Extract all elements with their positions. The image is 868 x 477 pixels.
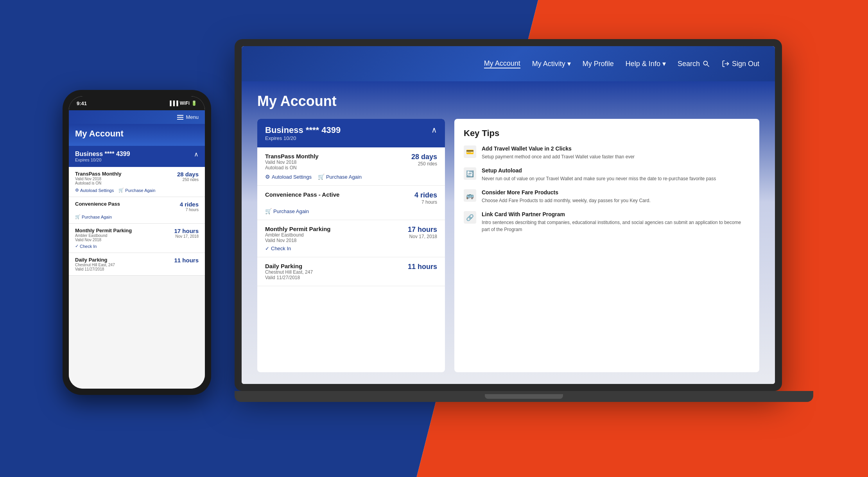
check-in-btn[interactable]: ✓ Check In	[265, 246, 437, 251]
tip-icon-3: 🚌	[464, 189, 476, 202]
tip-title-3: Consider More Fare Products	[482, 189, 651, 195]
purchase-again-label-1: Purchase Again	[326, 174, 362, 180]
phone-product-4-value: 11 hours	[174, 257, 199, 264]
phone-product-4: Daily Parking Chestnut Hill East, 247 Va…	[69, 253, 205, 276]
phone-header: My Account	[69, 124, 205, 146]
tip-content-4: Link Card With Partner Program Intro sen…	[482, 211, 750, 233]
search-area[interactable]: Search	[678, 60, 710, 68]
phone-purchase-btn-1[interactable]: 🛒 Purchase Again	[118, 188, 155, 193]
laptop-product-3-meta2: Valid Nov 2018	[265, 238, 331, 243]
chevron-up-icon[interactable]: ∧	[431, 125, 437, 134]
phone-checkin-btn[interactable]: ✓ Check In	[75, 244, 199, 249]
tip-item-3: 🚌 Consider More Fare Products Choose Add…	[464, 189, 750, 204]
phone-product-1-sub: 250 rides	[177, 178, 199, 182]
phone-product-4-name: Daily Parking	[75, 257, 115, 263]
laptop-product-4: Daily Parking Chestnut Hill East, 247 Va…	[257, 257, 445, 286]
tip-icon-2: 🔄	[464, 167, 476, 180]
tip-icon-1: 💳	[464, 145, 476, 158]
nav-my-profile[interactable]: My Profile	[583, 60, 614, 68]
purchase-again-btn-1[interactable]: 🛒 Purchase Again	[318, 174, 362, 180]
check-in-label: Check In	[271, 246, 291, 251]
phone-screen: 9:41 ▐▐▐ WiFi 🔋 Menu	[69, 96, 205, 389]
cart-icon: 🛒	[318, 174, 325, 180]
signout-area[interactable]: Sign Out	[722, 60, 759, 68]
svg-line-1	[707, 65, 709, 67]
phone-product-4-meta1: Chestnut Hill East, 247	[75, 263, 115, 267]
autoload-settings-btn[interactable]: ⚙ Autoload Settings	[265, 174, 312, 180]
phone-chevron-up-icon[interactable]: ∧	[194, 151, 199, 158]
laptop-page-title: My Account	[257, 93, 759, 109]
laptop-product-2-actions: 🛒 Purchase Again	[265, 208, 437, 214]
phone-card-name: Business **** 4399	[75, 151, 130, 158]
tip-item-1: 💳 Add Travel Wallet Value in 2 Clicks Se…	[464, 145, 750, 160]
laptop-card-header: Business **** 4399 Expires 10/20 ∧	[257, 119, 445, 147]
signout-label: Sign Out	[732, 60, 759, 68]
phone-product-1-actions: ⚙ Autoload Settings 🛒 Purchase Again	[75, 188, 199, 193]
phone-page-title: My Account	[75, 129, 199, 139]
hamburger-line-2	[177, 117, 183, 118]
hamburger-line-3	[177, 119, 183, 120]
phone-product-list: Business **** 4399 Expires 10/20 ∧ Trans…	[69, 146, 205, 276]
phone-purchase-btn-2[interactable]: 🛒 Purchase Again	[75, 214, 112, 219]
laptop-product-4-value: 11 hours	[408, 263, 437, 271]
laptop-product-3-sub: Nov 17, 2018	[408, 234, 437, 239]
phone-product-3-sub: Nov 17, 2018	[174, 234, 199, 238]
phone-checkin-label: Check In	[80, 244, 97, 249]
phone-signal-icon: ▐▐▐	[168, 100, 178, 106]
phone-product-2-name: Convenience Pass	[75, 201, 120, 207]
phone-product-3: Monthly Permit Parking Ambler Eastbound …	[69, 224, 205, 253]
phone-autoload-label: Autoload Settings	[80, 188, 114, 193]
laptop-product-1: TransPass Monthly Valid Nov 2018 Autoloa…	[257, 147, 445, 186]
phone-cart-icon-2: 🛒	[75, 214, 81, 219]
tip-title-4: Link Card With Partner Program	[482, 211, 750, 217]
laptop-product-3-value: 17 hours	[408, 226, 437, 234]
phone-product-2-sub: 7 hours	[180, 208, 199, 212]
laptop-product-1-sub: 250 rides	[411, 161, 437, 167]
phone-product-3-meta1: Ambler Eastbound	[75, 233, 132, 238]
phone-notch	[109, 96, 164, 106]
phone-menu-button[interactable]: Menu	[177, 114, 199, 120]
phone-content: Business **** 4399 Expires 10/20 ∧ Trans…	[69, 146, 205, 389]
tip-desc-3: Choose Add Fare Products to add monthly,…	[482, 197, 651, 204]
phone-wifi-icon: WiFi	[180, 100, 190, 106]
hamburger-line-1	[177, 115, 183, 116]
phone-product-1: TransPass Monthly Valid Nov 2018 Autoloa…	[69, 167, 205, 197]
tip-item-4: 🔗 Link Card With Partner Program Intro s…	[464, 211, 750, 233]
phone-time: 9:41	[77, 100, 87, 106]
phone-body: 9:41 ▐▐▐ WiFi 🔋 Menu	[63, 90, 211, 395]
tip-desc-2: Never run out of value on your Travel Wa…	[482, 175, 716, 182]
tip-icon-4: 🔗	[464, 211, 476, 224]
phone-device: 9:41 ▐▐▐ WiFi 🔋 Menu	[63, 90, 211, 395]
laptop-product-2-value: 4 rides	[414, 191, 437, 199]
laptop-base	[235, 391, 813, 402]
tip-content-3: Consider More Fare Products Choose Add F…	[482, 189, 651, 204]
laptop-card-expires: Expires 10/20	[265, 135, 341, 141]
phone-cart-icon-1: 🛒	[118, 188, 124, 193]
phone-autoload-btn[interactable]: ⚙ Autoload Settings	[75, 188, 114, 193]
cart-icon-2: 🛒	[265, 208, 272, 214]
laptop-product-1-name: TransPass Monthly	[265, 153, 319, 160]
phone-product-3-meta2: Valid Nov 2018	[75, 238, 132, 242]
laptop-device: My Account My Activity ▾ My Profile Help…	[235, 39, 813, 422]
tip-item-2: 🔄 Setup Autoload Never run out of value …	[464, 167, 750, 182]
tip-desc-4: Intro sentences describing that companie…	[482, 219, 750, 233]
nav-my-activity[interactable]: My Activity ▾	[532, 59, 571, 68]
laptop-body: My Account My Activity ▾ My Profile Help…	[235, 39, 782, 391]
signout-icon	[722, 60, 730, 68]
laptop-product-3: Monthly Permit Parking Ambler Eastbound …	[257, 220, 445, 257]
nav-my-account[interactable]: My Account	[484, 59, 520, 68]
nav-help-info[interactable]: Help & Info ▾	[626, 59, 666, 68]
phone-card-header: Business **** 4399 Expires 10/20 ∧	[69, 146, 205, 167]
purchase-again-btn-2[interactable]: 🛒 Purchase Again	[265, 208, 309, 214]
laptop-main-row: Business **** 4399 Expires 10/20 ∧ Trans…	[257, 119, 759, 372]
hamburger-icon	[177, 115, 183, 120]
laptop-product-1-value: 28 days	[411, 153, 437, 161]
phone-product-2-actions: 🛒 Purchase Again	[75, 214, 199, 219]
tip-content-1: Add Travel Wallet Value in 2 Clicks Setu…	[482, 145, 635, 160]
tip-title-1: Add Travel Wallet Value in 2 Clicks	[482, 145, 635, 152]
laptop-hinge	[485, 394, 563, 399]
phone-navbar: Menu	[69, 110, 205, 124]
search-icon	[702, 60, 710, 68]
settings-icon: ⚙	[265, 174, 270, 180]
svg-point-0	[703, 61, 707, 65]
